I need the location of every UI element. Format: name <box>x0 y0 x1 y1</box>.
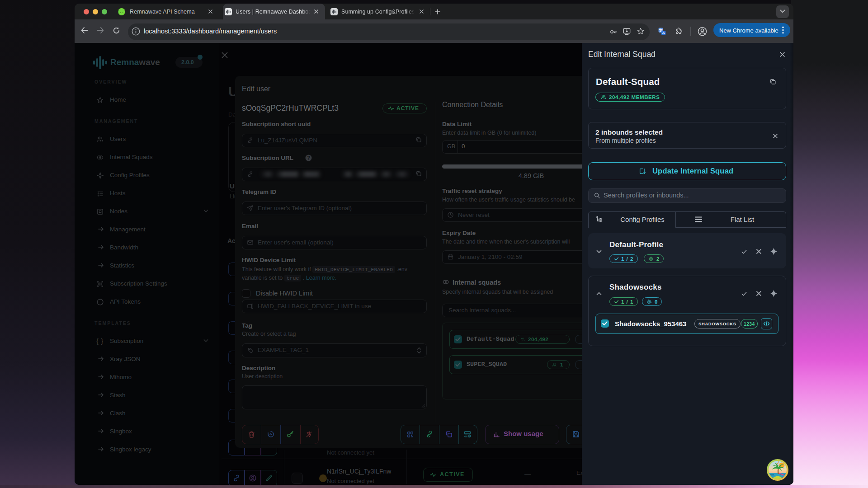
svg-text:A: A <box>662 31 665 35</box>
svg-text:{..}: {..} <box>118 10 125 14</box>
